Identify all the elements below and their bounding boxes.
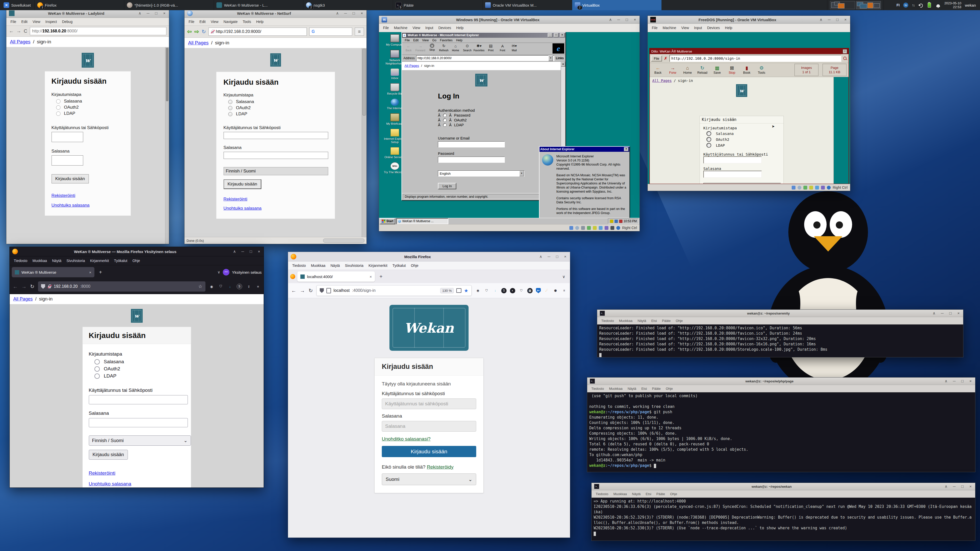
clear-url-icon[interactable]: ✗	[663, 56, 668, 61]
file-menu-button[interactable]: File	[651, 56, 662, 62]
maximize-button[interactable]: □	[625, 17, 629, 22]
radio-ldap[interactable]: ÂÂLDAP	[438, 123, 525, 127]
back-icon[interactable]: ←	[291, 288, 296, 294]
menu-item[interactable]: Edit	[197, 20, 208, 24]
menu-item[interactable]: Favorites	[438, 38, 454, 42]
menu-item[interactable]: Machine	[660, 26, 679, 30]
radio-password[interactable]: ÂÂPassword	[438, 113, 525, 118]
menu-item[interactable]: Kirjanmerkit	[366, 264, 390, 268]
menu-item[interactable]: File	[403, 38, 411, 42]
minimize-button[interactable]: _	[548, 33, 552, 37]
vertical-scrollbar[interactable]	[362, 48, 366, 237]
menu-item[interactable]: Ohje	[408, 264, 421, 268]
menu-item[interactable]: Edit	[19, 20, 30, 24]
maximize-button[interactable]: □	[948, 311, 953, 316]
menu-item[interactable]: Muokkaa	[611, 492, 629, 496]
minimize-button[interactable]: ─	[940, 311, 944, 316]
menu-item[interactable]: Muokkaa	[30, 259, 49, 263]
terminal-titlebar[interactable]: >_ wekan@z: ~/repos/wekan ∧─□×	[592, 483, 975, 490]
url-input[interactable]: http://192.168.0.20:8000/sign-in	[670, 55, 842, 62]
ladybird-titlebar[interactable]: WeKan ® Multiverse - Ladybird ∧─□×	[6, 9, 169, 18]
menu-item[interactable]: Näytä	[629, 492, 643, 496]
ie-forward-button[interactable]: →Forward	[415, 43, 426, 52]
signin-button[interactable]: Kirjaudu sisään	[224, 179, 261, 189]
menu-item[interactable]: Tiedosto	[290, 264, 308, 268]
menu-icon[interactable]: ≡	[355, 27, 364, 36]
username-input[interactable]	[89, 395, 188, 404]
username-input[interactable]	[224, 132, 328, 139]
netsurf-titlebar[interactable]: WeKan ® Multiverse - NetSurf ∧─□×	[185, 9, 366, 18]
ie-search-button[interactable]: ⊙Search	[462, 43, 473, 52]
forgot-password-link[interactable]: Unohtuiko salasana	[89, 481, 131, 486]
address-dropdown-icon[interactable]: ▾	[549, 56, 553, 61]
language-select[interactable]: Finnish / Suomi⌄	[89, 435, 191, 446]
close-button[interactable]: ×	[633, 17, 637, 22]
taskbar-item-terminal[interactable]: >_Pääte5	[393, 0, 483, 10]
minimize-button[interactable]: ─	[344, 11, 348, 16]
menu-item[interactable]: Ohje	[130, 259, 143, 263]
shade-button[interactable]: ∧	[232, 249, 237, 254]
menu-item[interactable]: File	[380, 26, 391, 30]
menu-item[interactable]: Inspect	[43, 20, 59, 24]
back-icon[interactable]: ←	[9, 28, 14, 34]
vm-screen[interactable]: Dillo: WeKan Â® Multiverse × File ✗ http…	[648, 32, 850, 184]
menu-item[interactable]: Kirjanmerkit	[88, 259, 111, 263]
menu-item[interactable]: Edit	[411, 38, 420, 42]
radio-oauth2[interactable]: ÂÂOAuth2	[438, 118, 525, 122]
dark-reader-icon[interactable]: ◐	[510, 288, 515, 293]
insecure-lock-icon[interactable]	[48, 284, 51, 289]
notifications-icon[interactable]	[936, 4, 940, 7]
firefox-titlebar[interactable]: Mozilla Firefox ∧─□×	[288, 252, 570, 262]
tracking-protection-icon[interactable]	[320, 288, 324, 293]
taskbar-task-ie[interactable]: WeKan ® Multiverse ...	[396, 218, 449, 224]
display-icon[interactable]	[614, 220, 618, 223]
all-pages-link[interactable]: All Pages	[404, 64, 419, 68]
maximize-button[interactable]: □	[960, 379, 964, 383]
minimize-button[interactable]: ─	[952, 484, 956, 489]
zoom-level-badge[interactable]: 130 %	[440, 288, 454, 293]
password-input[interactable]	[224, 152, 328, 159]
signin-button[interactable]: Kirjaudu sisään	[89, 450, 128, 460]
maximize-button[interactable]: □	[960, 484, 964, 489]
forgot-password-link[interactable]: Unohditko salasanasi?	[382, 436, 431, 441]
dillo-save-button[interactable]: ▦Save	[711, 65, 723, 75]
menu-item[interactable]: Etsi	[639, 387, 649, 391]
ie-mail-button[interactable]: ✉▾Mail	[509, 43, 520, 52]
radio-oauth2[interactable]: OAuth2	[228, 105, 328, 110]
menu-item[interactable]: Machine	[391, 26, 410, 30]
terminal-titlebar[interactable]: >_ wekan@z: ~/repos/serenity ∧─□×	[597, 310, 963, 317]
minimize-button[interactable]: ─	[827, 17, 831, 22]
tab-list-icon[interactable]: ∨	[560, 274, 568, 279]
menu-item[interactable]: Näytä	[49, 259, 64, 263]
password-input[interactable]	[89, 418, 188, 427]
maximize-button[interactable]: □	[154, 11, 158, 16]
menu-item[interactable]: File	[8, 20, 19, 24]
radio-salasana[interactable]: Salasana	[706, 131, 780, 136]
all-pages-link[interactable]: All Pages	[652, 79, 672, 83]
menu-item[interactable]: Input	[423, 26, 436, 30]
language-select[interactable]: Finnish / Suomi	[224, 167, 328, 175]
extension-icon[interactable]: ▦	[527, 288, 533, 293]
extension-icon[interactable]: ⇪	[246, 284, 251, 289]
menu-item[interactable]: Tiedosto	[11, 259, 30, 263]
vbox-titlebar[interactable]: 95 Windows 95 [Running] - Oracle VM Virt…	[379, 16, 640, 24]
verge-tray-icon[interactable]	[888, 3, 893, 8]
maximize-button[interactable]: □	[554, 33, 558, 37]
tab-close-icon[interactable]: ×	[369, 275, 372, 279]
menu-item[interactable]: Työkalut	[390, 264, 408, 268]
menu-item[interactable]: Sivuhistoria	[342, 264, 366, 268]
radio-salasana[interactable]: Salasana	[94, 359, 185, 365]
tab-localhost[interactable]: localhost:4000/ ×	[298, 272, 375, 282]
language-select[interactable]: English▾	[438, 170, 525, 176]
menu-item[interactable]: Debug	[59, 20, 75, 24]
radio-oauth2[interactable]: OAuth2	[56, 105, 124, 110]
language-select[interactable]: Suomi⌄	[382, 473, 476, 485]
close-button[interactable]: ×	[560, 33, 565, 37]
extension-icon[interactable]: S	[237, 284, 242, 289]
reload-icon[interactable]: C	[24, 28, 27, 34]
ie-back-button[interactable]: ←Back	[403, 43, 414, 52]
password-input[interactable]	[382, 421, 476, 432]
menu-item[interactable]: Näytä	[625, 387, 639, 391]
tab-list-icon[interactable]: ∨	[218, 270, 220, 275]
tab-wekan[interactable]: WeKan ® Multiverse ×	[12, 267, 94, 277]
